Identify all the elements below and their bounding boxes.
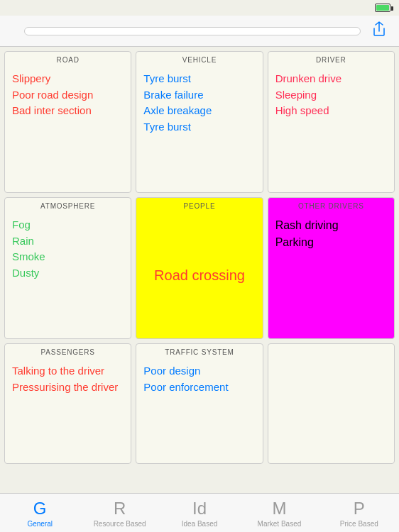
tab-label: Price Based: [340, 520, 378, 528]
cell-header-traffic-system: TRAFFIC SYSTEM: [136, 344, 262, 359]
cell-traffic-system[interactable]: TRAFFIC SYSTEMPoor designPoor enforcemen…: [136, 343, 263, 464]
cell-vehicle[interactable]: VEHICLETyre burstBrake failureAxle break…: [136, 51, 263, 193]
list-item: Talking to the driver: [12, 363, 124, 379]
cell-header-driver: DRIVER: [268, 52, 394, 67]
tab-letter: Id: [192, 499, 207, 519]
tab-label: Resource Based: [94, 520, 146, 528]
list-item: Smoke: [12, 249, 124, 265]
list-item: Sleeping: [275, 87, 387, 104]
list-item: Tyre burst: [143, 119, 255, 135]
cell-header-passengers: PASSENGERS: [5, 344, 131, 359]
cell-road[interactable]: ROADSlipperyPoor road designBad inter se…: [4, 51, 131, 193]
cell-header-other-drivers: OTHER DRIVERS: [268, 198, 394, 213]
tab-price-based[interactable]: PPrice Based: [319, 494, 399, 532]
list-item: Parking: [275, 234, 387, 251]
battery-area: [371, 4, 390, 12]
list-item: Rash driving: [275, 217, 387, 234]
list-item: Fog: [12, 217, 124, 233]
cell-body-passengers: Talking to the driverPressurising the dr…: [5, 359, 131, 463]
grid-row-1: ATMOSPHEREFogRainSmokeDustyPEOPLERoad cr…: [0, 197, 399, 339]
tab-letter: G: [33, 499, 47, 519]
cell-body-people: Road crossing: [136, 213, 262, 338]
tab-bar: GGeneralRResource BasedIdIdea BasedMMark…: [0, 493, 399, 532]
cell-body-vehicle: Tyre burstBrake failureAxle breakageTyre…: [136, 67, 262, 192]
tab-label: General: [27, 520, 53, 528]
list-item: Road crossing: [154, 265, 245, 286]
cell-header-people: PEOPLE: [136, 198, 262, 213]
list-item: Tyre burst: [143, 71, 255, 87]
cell-passengers[interactable]: PASSENGERSTalking to the driverPressuris…: [4, 343, 131, 464]
tab-idea-based[interactable]: IdIdea Based: [160, 494, 239, 532]
cell-header-atmosphere: ATMOSPHERE: [5, 198, 131, 213]
list-item: Slippery: [12, 71, 124, 87]
list-item: Poor road design: [12, 87, 124, 104]
list-item: Axle breakage: [143, 103, 255, 119]
cell-header-road: ROAD: [5, 52, 131, 67]
grid-row-2: PASSENGERSTalking to the driverPressuris…: [0, 343, 399, 464]
list-item: High speed: [275, 103, 387, 119]
battery-icon: [375, 4, 390, 12]
tab-general[interactable]: GGeneral: [0, 494, 80, 532]
tab-letter: P: [354, 499, 365, 519]
cell-body-traffic-system: Poor designPoor enforcement: [136, 359, 262, 463]
cell-atmosphere[interactable]: ATMOSPHEREFogRainSmokeDusty: [4, 197, 131, 339]
cell-empty[interactable]: [268, 343, 395, 464]
tab-label: Market Based: [258, 520, 302, 528]
cell-other-drivers[interactable]: OTHER DRIVERSRash drivingParking: [268, 197, 395, 339]
tab-letter: R: [114, 499, 126, 519]
menu-button[interactable]: [7, 28, 18, 34]
list-item: Rain: [12, 233, 124, 250]
tab-market-based[interactable]: MMarket Based: [239, 494, 319, 532]
status-bar: [0, 0, 399, 16]
cell-body-atmosphere: FogRainSmokeDusty: [5, 213, 131, 338]
cell-body-empty: [268, 344, 394, 463]
nav-bar: [0, 16, 399, 47]
tab-letter: M: [272, 499, 286, 519]
cell-people[interactable]: PEOPLERoad crossing: [136, 197, 263, 339]
list-item: Brake failure: [143, 87, 255, 104]
list-item: Drunken drive: [275, 71, 387, 87]
grid-row-0: ROADSlipperyPoor road designBad inter se…: [0, 51, 399, 193]
tab-resource-based[interactable]: RResource Based: [80, 494, 159, 532]
cell-body-other-drivers: Rash drivingParking: [268, 213, 394, 338]
main-grid: ROADSlipperyPoor road designBad inter se…: [0, 47, 399, 468]
cell-driver[interactable]: DRIVERDrunken driveSleepingHigh speed: [268, 51, 395, 193]
list-item: Poor enforcement: [143, 379, 255, 396]
list-item: Dusty: [12, 265, 124, 282]
share-button[interactable]: [366, 18, 392, 43]
list-item: Poor design: [143, 363, 255, 379]
cell-body-road: SlipperyPoor road designBad inter sectio…: [5, 67, 131, 192]
list-item: Bad inter section: [12, 103, 124, 119]
cell-body-driver: Drunken driveSleepingHigh speed: [268, 67, 394, 192]
list-item: Pressurising the driver: [12, 379, 124, 396]
tab-label: Idea Based: [182, 520, 218, 528]
cell-header-vehicle: VEHICLE: [136, 52, 262, 67]
page-title: [24, 27, 361, 35]
